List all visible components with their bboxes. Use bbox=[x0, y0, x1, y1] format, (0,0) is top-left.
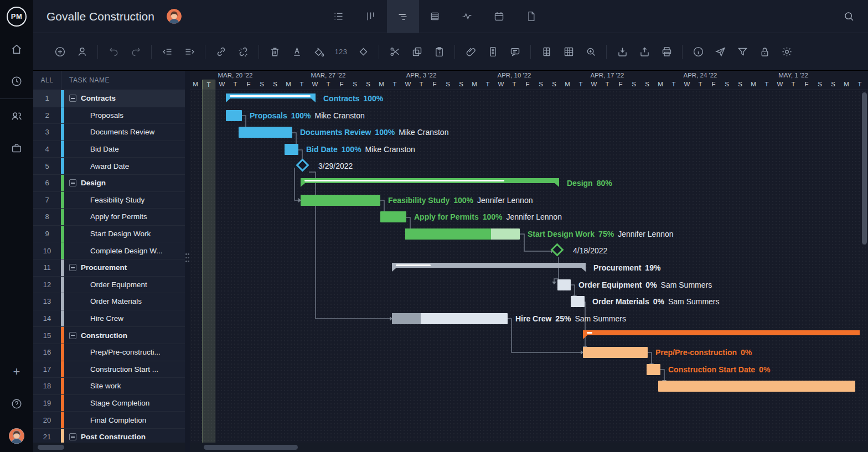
task-bar[interactable] bbox=[405, 228, 520, 240]
panel-resize-divider[interactable] bbox=[185, 71, 190, 452]
info-button[interactable] bbox=[691, 45, 705, 59]
project-owner-avatar[interactable] bbox=[167, 9, 182, 24]
tab-sheet-view[interactable] bbox=[419, 0, 451, 33]
task-row[interactable]: 1Contracts bbox=[33, 90, 185, 107]
task-bar[interactable] bbox=[239, 127, 292, 138]
link-tasks-button[interactable] bbox=[214, 45, 228, 59]
task-name-cell[interactable]: Contracts bbox=[64, 90, 185, 107]
task-name-cell[interactable]: Post Construction bbox=[64, 429, 185, 443]
task-row[interactable]: 3Documents Review bbox=[33, 124, 185, 141]
task-row[interactable]: 15Construction bbox=[33, 327, 185, 344]
tab-calendar-view[interactable] bbox=[483, 0, 515, 33]
task-name-cell[interactable]: Apply for Permits bbox=[64, 209, 185, 225]
task-name-cell[interactable]: Prep/Pre-constructi... bbox=[64, 344, 185, 361]
task-name-cell[interactable]: Complete Design W... bbox=[64, 242, 185, 259]
undo-button[interactable] bbox=[106, 45, 121, 59]
task-name-cell[interactable]: Order Equipment bbox=[64, 277, 185, 293]
task-name-cell[interactable]: Proposals bbox=[64, 107, 185, 124]
sidebar-item-portfolio[interactable] bbox=[0, 132, 33, 164]
task-name-cell[interactable]: Site work bbox=[64, 378, 185, 394]
task-bar[interactable] bbox=[380, 211, 406, 222]
numbers-button[interactable]: 123 bbox=[334, 45, 348, 59]
collapse-toggle-icon[interactable] bbox=[69, 264, 76, 271]
task-name-cell[interactable]: Bid Date bbox=[64, 141, 185, 158]
task-row[interactable]: 6Design bbox=[33, 175, 185, 192]
task-row[interactable]: 18Site work bbox=[33, 378, 185, 395]
filter-button[interactable] bbox=[735, 45, 750, 59]
task-bar[interactable] bbox=[557, 279, 571, 290]
collapse-toggle-icon[interactable] bbox=[69, 95, 76, 102]
table-button[interactable] bbox=[561, 45, 576, 59]
task-row[interactable]: 5Award Date bbox=[33, 158, 185, 175]
task-row[interactable]: 16Prep/Pre-constructi... bbox=[33, 344, 185, 361]
task-row[interactable]: 19Stage Completion bbox=[33, 395, 185, 412]
attachment-button[interactable] bbox=[463, 45, 478, 59]
task-list-hscrollbar[interactable] bbox=[33, 443, 185, 452]
task-row[interactable]: 11Procurement bbox=[33, 259, 185, 277]
unlink-tasks-button[interactable] bbox=[236, 45, 250, 59]
sidebar-user-avatar[interactable] bbox=[0, 420, 33, 452]
notes-button[interactable] bbox=[485, 45, 500, 59]
assignee-button[interactable] bbox=[75, 45, 89, 59]
task-name-cell[interactable]: Order Materials bbox=[64, 293, 185, 310]
task-name-cell[interactable]: Award Date bbox=[64, 158, 185, 174]
milestone-button[interactable] bbox=[356, 45, 370, 59]
task-row[interactable]: 21Post Construction bbox=[33, 429, 185, 443]
settings-button[interactable] bbox=[779, 45, 794, 59]
task-name-cell[interactable]: Final Completion bbox=[64, 412, 185, 428]
task-row[interactable]: 9Start Design Work bbox=[33, 226, 185, 243]
sidebar-help-button[interactable] bbox=[0, 388, 33, 420]
lock-button[interactable] bbox=[757, 45, 772, 59]
zoom-button[interactable] bbox=[583, 45, 598, 59]
milestone-diamond[interactable] bbox=[296, 159, 309, 172]
task-bar[interactable] bbox=[285, 144, 298, 155]
task-row[interactable]: 7Feasibility Study bbox=[33, 192, 185, 209]
delete-button[interactable] bbox=[267, 45, 282, 59]
collapse-toggle-icon[interactable] bbox=[69, 179, 76, 186]
summary-bar[interactable] bbox=[392, 263, 586, 268]
task-name-cell[interactable]: Start Design Work bbox=[64, 226, 185, 242]
summary-bar[interactable] bbox=[226, 93, 316, 98]
import-button[interactable] bbox=[615, 45, 629, 59]
add-task-button[interactable] bbox=[53, 45, 67, 59]
task-name-cell[interactable]: Feasibility Study bbox=[64, 192, 185, 209]
task-row[interactable]: 14Hire Crew bbox=[33, 310, 185, 328]
task-name-cell[interactable]: Documents Review bbox=[64, 124, 185, 141]
redo-button[interactable] bbox=[128, 45, 143, 59]
chart-vscrollbar[interactable] bbox=[862, 91, 867, 423]
tab-gantt-view[interactable] bbox=[387, 0, 419, 33]
export-button[interactable] bbox=[637, 45, 652, 59]
task-row[interactable]: 10Complete Design W... bbox=[33, 242, 185, 259]
scrollbar-thumb[interactable] bbox=[38, 445, 64, 450]
task-bar[interactable] bbox=[658, 381, 855, 392]
task-bar[interactable] bbox=[301, 195, 380, 206]
task-bar[interactable] bbox=[226, 110, 242, 121]
tab-board-view[interactable] bbox=[355, 0, 387, 33]
task-name-cell[interactable]: Design bbox=[64, 175, 185, 191]
search-button[interactable] bbox=[840, 8, 857, 25]
chart-hscrollbar[interactable] bbox=[190, 443, 868, 452]
task-bar[interactable] bbox=[583, 347, 648, 358]
task-bar[interactable] bbox=[392, 313, 508, 324]
milestone-diamond[interactable] bbox=[550, 243, 564, 257]
copy-button[interactable] bbox=[410, 45, 424, 59]
column-header-task-name[interactable]: TASK NAME bbox=[61, 71, 185, 90]
sidebar-item-recent[interactable] bbox=[0, 65, 33, 97]
sidebar-add-button[interactable]: + bbox=[0, 356, 33, 388]
paste-button[interactable] bbox=[432, 45, 446, 59]
collapse-toggle-icon[interactable] bbox=[69, 433, 76, 440]
task-row[interactable]: 12Order Equipment bbox=[33, 277, 185, 294]
task-bar[interactable] bbox=[571, 296, 585, 307]
cut-button[interactable] bbox=[388, 45, 402, 59]
outdent-button[interactable] bbox=[160, 45, 174, 59]
task-row[interactable]: 13Order Materials bbox=[33, 293, 185, 310]
app-logo[interactable]: PM bbox=[0, 0, 33, 33]
task-name-cell[interactable]: Construction bbox=[64, 327, 185, 344]
share-button[interactable] bbox=[713, 45, 727, 59]
comment-button[interactable] bbox=[508, 45, 522, 59]
task-bar[interactable] bbox=[647, 364, 660, 375]
sidebar-item-home[interactable] bbox=[0, 33, 33, 65]
text-color-button[interactable] bbox=[290, 45, 304, 59]
tab-list-view[interactable] bbox=[323, 0, 355, 33]
scrollbar-thumb[interactable] bbox=[862, 92, 867, 245]
